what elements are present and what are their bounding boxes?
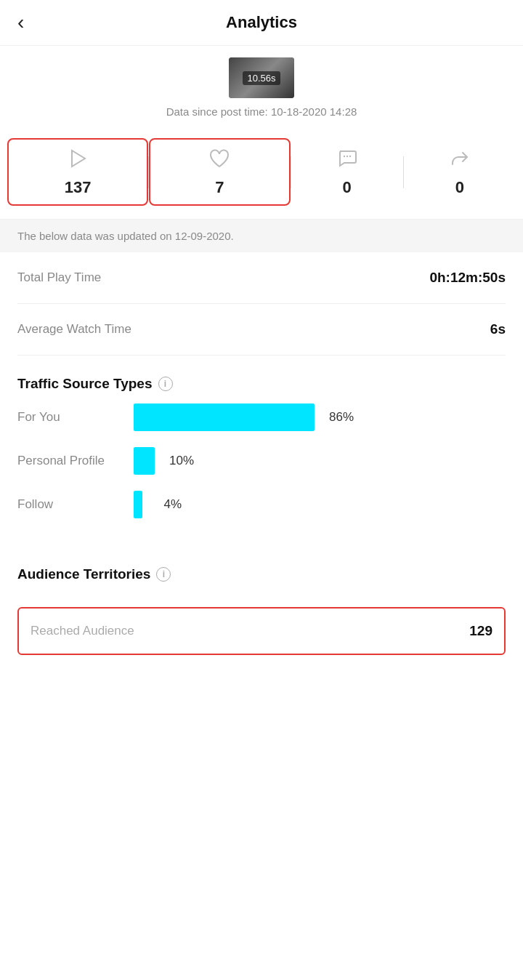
header: ‹ Analytics [0, 0, 523, 46]
traffic-bar-container-0: 86% [134, 403, 506, 431]
traffic-heading: Traffic Source Types [17, 376, 153, 392]
traffic-info-icon[interactable]: i [158, 377, 173, 391]
traffic-bar-container-1: 10% [134, 447, 506, 475]
traffic-bars-section: For You86%Personal Profile10%Follow4% [0, 403, 523, 546]
traffic-bar-0 [134, 403, 315, 431]
stat-likes[interactable]: 7 [149, 138, 290, 206]
metrics-section: Total Play Time 0h:12m:50s Average Watch… [0, 252, 523, 356]
plays-count: 137 [65, 178, 92, 197]
stat-plays[interactable]: 137 [7, 138, 148, 206]
post-time-label: Data since post time: 10-18-2020 14:28 [166, 105, 357, 118]
traffic-pct-0: 86% [322, 410, 354, 425]
share-icon [448, 147, 471, 174]
total-play-time-label: Total Play Time [17, 270, 101, 285]
traffic-row-follow: Follow4% [17, 491, 506, 518]
svg-point-2 [346, 156, 347, 157]
traffic-label-1: Personal Profile [17, 454, 134, 468]
traffic-row-personal-profile: Personal Profile10% [17, 447, 506, 475]
stats-row: 137 7 0 0 [0, 125, 523, 220]
svg-point-1 [343, 156, 344, 157]
traffic-heading-row: Traffic Source Types i [0, 356, 523, 403]
traffic-bar-1 [134, 447, 155, 475]
stat-shares[interactable]: 0 [404, 147, 516, 197]
update-notice: The below data was updated on 12-09-2020… [0, 220, 523, 252]
metric-total-play-time: Total Play Time 0h:12m:50s [17, 252, 506, 304]
play-icon [66, 147, 89, 174]
heart-icon [208, 147, 231, 174]
traffic-row-for-you: For You86% [17, 403, 506, 431]
reached-audience-label: Reached Audience [31, 624, 134, 638]
traffic-bar-2 [134, 491, 142, 518]
avg-watch-time-label: Average Watch Time [17, 322, 131, 337]
reached-audience-row[interactable]: Reached Audience 129 [17, 607, 506, 655]
traffic-bar-container-2: 4% [134, 491, 506, 518]
audience-heading-row: Audience Territories i [0, 546, 523, 594]
comment-icon [336, 147, 359, 174]
traffic-label-0: For You [17, 410, 134, 425]
svg-point-3 [349, 156, 350, 157]
page-title: Analytics [226, 13, 297, 32]
back-button[interactable]: ‹ [17, 11, 24, 34]
svg-marker-0 [72, 150, 85, 166]
video-section: 10.56s Data since post time: 10-18-2020 … [0, 46, 523, 125]
likes-count: 7 [215, 178, 224, 197]
total-play-time-value: 0h:12m:50s [429, 270, 506, 286]
audience-info-icon[interactable]: i [156, 567, 171, 582]
traffic-pct-2: 4% [150, 497, 182, 512]
traffic-label-2: Follow [17, 497, 134, 512]
comments-count: 0 [343, 178, 352, 197]
stat-comments[interactable]: 0 [291, 147, 403, 197]
traffic-pct-1: 10% [162, 454, 194, 468]
video-duration: 10.56s [243, 71, 280, 85]
metric-avg-watch-time: Average Watch Time 6s [17, 304, 506, 356]
avg-watch-time-value: 6s [490, 321, 506, 337]
audience-section: Reached Audience 129 [0, 594, 523, 655]
reached-audience-value: 129 [469, 623, 492, 639]
audience-heading: Audience Territories [17, 566, 150, 582]
video-thumbnail[interactable]: 10.56s [229, 57, 294, 98]
shares-count: 0 [455, 178, 464, 197]
